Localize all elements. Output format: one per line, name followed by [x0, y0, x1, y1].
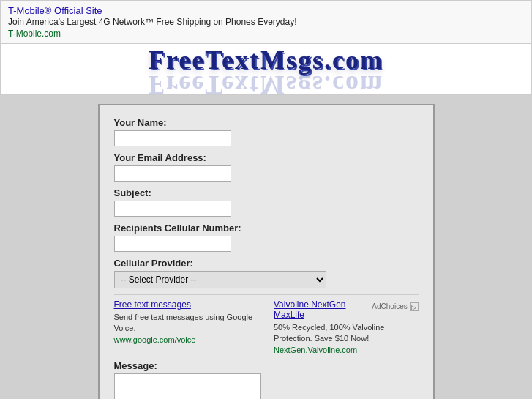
message-label: Message: [114, 360, 419, 371]
main-content-wrapper: Your Name: Your Email Address: Subject: … [0, 95, 532, 399]
mid-ad-area: Free text messages Send free text messag… [114, 294, 419, 354]
top-ad-url[interactable]: T-Mobile.com [8, 29, 61, 39]
mid-ad-left-url[interactable]: www.google.com/voice [114, 335, 259, 344]
cellular-number-label: Recipients Cellular Number: [114, 223, 419, 234]
message-textarea[interactable] [114, 373, 261, 399]
top-ad-title-link[interactable]: T-Mobile® Official Site [8, 5, 102, 16]
cellular-provider-label: Cellular Provider: [114, 258, 419, 269]
mid-ad-left-description: Send free text messages using Google Voi… [114, 313, 253, 332]
mid-ad-left-title[interactable]: Free text messages [114, 299, 259, 310]
top-ad-description: Join America's Largest 4G Network™ Free … [8, 17, 524, 27]
mid-ad-right-description: 50% Recycled, 100% Valvoline Protection.… [274, 323, 384, 343]
mid-adchoices: AdChoices ▷ [372, 302, 418, 311]
name-label: Your Name: [114, 117, 419, 128]
name-input[interactable] [114, 130, 231, 146]
cellular-number-input[interactable] [114, 236, 231, 252]
mid-adchoices-icon: ▷ [410, 302, 419, 311]
mid-ad-right-url[interactable]: NextGen.Valvoline.com [274, 346, 419, 354]
mid-ad-left: Free text messages Send free text messag… [114, 299, 266, 354]
logo-banner: FreeTextMsgs.com FreeTextMsgs.com [0, 44, 532, 95]
mid-adchoices-label: AdChoices [372, 302, 407, 310]
subject-input[interactable] [114, 201, 231, 217]
form-container: Your Name: Your Email Address: Subject: … [98, 104, 435, 399]
cellular-provider-select[interactable]: -- Select Provider -- [114, 271, 326, 288]
email-input[interactable] [114, 165, 231, 182]
logo-reflection: FreeTextMsgs.com [149, 75, 383, 94]
top-ad-banner: AdChoices ▷ T-Mobile® Official Site Join… [0, 0, 532, 44]
mid-ad-right: AdChoices ▷ Valvoline NextGen MaxLife 50… [266, 299, 419, 354]
subject-label: Subject: [114, 187, 419, 198]
email-label: Your Email Address: [114, 152, 419, 163]
